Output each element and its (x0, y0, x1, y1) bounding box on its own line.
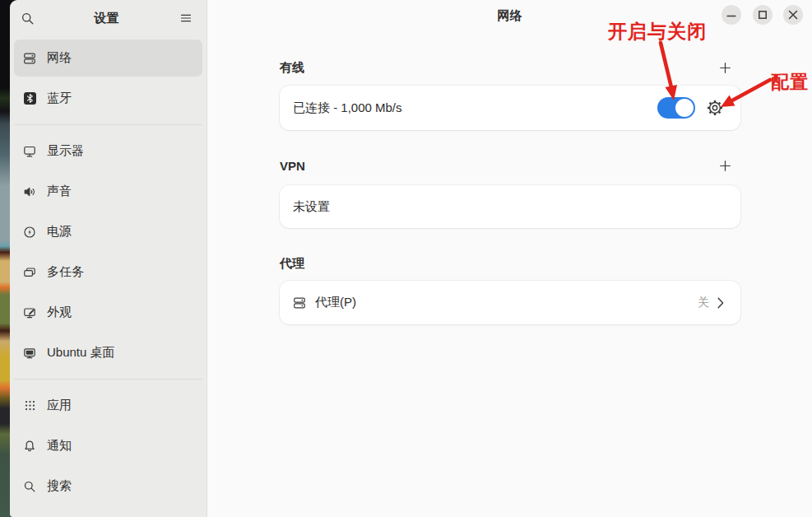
sidebar-item-displays[interactable]: 显示器 (14, 133, 202, 170)
close-icon (783, 5, 803, 25)
hamburger-icon (179, 12, 193, 25)
appearance-icon (23, 306, 36, 319)
wired-row-controls (657, 97, 724, 119)
add-vpn-button[interactable] (715, 156, 735, 175)
annotation-toggle-label: 开启与关闭 (608, 19, 707, 44)
apps-icon (23, 399, 36, 412)
plus-icon (719, 62, 731, 74)
proxy-section-header: 代理 (280, 253, 740, 274)
sidebar-item-search[interactable]: 搜索 (14, 468, 202, 505)
search-icon (21, 12, 35, 26)
maximize-button[interactable] (753, 5, 773, 25)
annotation-configure-label: 配置 (771, 70, 809, 95)
sidebar-item-label: 声音 (47, 184, 72, 199)
sidebar-item-label: 应用 (47, 398, 72, 413)
notifications-icon (23, 440, 36, 453)
proxy-label: 代理(P) (315, 295, 698, 310)
search-icon (23, 480, 36, 493)
proxy-row[interactable]: 代理(P) 关 (280, 281, 740, 324)
sidebar-item-label: Ubuntu 桌面 (47, 345, 115, 361)
sidebar-title: 设置 (38, 11, 175, 26)
search-button[interactable] (16, 7, 38, 29)
add-wired-button[interactable] (715, 58, 735, 77)
sidebar-header: 设置 (10, 0, 206, 30)
sidebar-separator (14, 379, 202, 380)
vpn-section-title: VPN (280, 159, 305, 173)
wired-section-title: 有线 (280, 60, 304, 76)
sidebar-item-multitasking[interactable]: 多任务 (14, 254, 202, 291)
wired-settings-button[interactable] (706, 99, 724, 117)
sidebar-item-label: 通知 (47, 438, 72, 454)
sidebar: 设置 网络 蓝牙 (10, 0, 207, 517)
proxy-section-title: 代理 (280, 256, 304, 272)
maximize-icon (753, 5, 773, 25)
proxy-value: 关 (698, 296, 709, 310)
vpn-empty-row: 未设置 (280, 185, 740, 228)
close-button[interactable] (783, 5, 803, 25)
sidebar-item-notifications[interactable]: 通知 (14, 427, 202, 464)
sidebar-item-label: 多任务 (47, 264, 84, 280)
wired-toggle[interactable] (657, 97, 695, 119)
wired-status-text: 已连接 - 1,000 Mb/s (293, 100, 657, 116)
wired-connection-row[interactable]: 已连接 - 1,000 Mb/s (280, 86, 740, 130)
sidebar-item-appearance[interactable]: 外观 (14, 294, 202, 331)
bluetooth-icon (23, 92, 36, 105)
sidebar-nav: 网络 蓝牙 显示器 声音 (10, 40, 206, 505)
wired-section-header: 有线 (280, 57, 740, 78)
menu-button[interactable] (175, 7, 197, 29)
proxy-row-left: 代理(P) (293, 295, 698, 310)
sidebar-item-power[interactable]: 电源 (14, 213, 202, 250)
sidebar-item-ubuntu-desktop[interactable]: Ubuntu 桌面 (14, 334, 202, 371)
sidebar-item-label: 搜索 (47, 478, 72, 494)
settings-window: 设置 网络 蓝牙 (10, 0, 812, 517)
sidebar-separator (14, 124, 202, 125)
vpn-status-text: 未设置 (293, 199, 724, 215)
sidebar-item-label: 蓝牙 (47, 91, 72, 106)
sidebar-item-label: 电源 (47, 224, 72, 240)
main-panel: 网络 有线 已连接 - 1,000 Mb/s (207, 0, 812, 517)
sidebar-item-label: 网络 (47, 50, 72, 66)
multitasking-icon (23, 266, 36, 279)
sidebar-item-bluetooth[interactable]: 蓝牙 (14, 80, 202, 117)
gear-icon (707, 100, 723, 116)
sidebar-item-apps[interactable]: 应用 (14, 387, 202, 424)
displays-icon (23, 145, 36, 158)
vpn-section-header: VPN (280, 155, 740, 176)
network-content: 有线 已连接 - 1,000 Mb/s (280, 0, 740, 517)
network-icon (23, 52, 36, 65)
network-proxy-icon (293, 296, 306, 310)
sidebar-item-sound[interactable]: 声音 (14, 173, 202, 210)
toggle-knob (675, 99, 694, 117)
sidebar-item-network[interactable]: 网络 (14, 40, 202, 77)
sidebar-item-label: 外观 (47, 305, 72, 320)
sidebar-item-label: 显示器 (47, 143, 84, 159)
power-icon (23, 226, 36, 239)
plus-icon (719, 160, 731, 172)
sound-icon (23, 185, 36, 198)
chevron-right-icon (717, 297, 724, 309)
ubuntu-desktop-icon (23, 347, 36, 360)
